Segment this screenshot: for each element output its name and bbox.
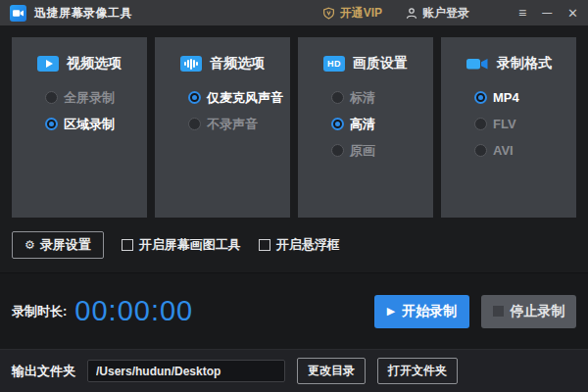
panel-audio-options: 音频选项 仅麦克风声音 不录声音 [155,37,290,218]
panel-quality-settings: HD 画质设置 标清 高清 原画 [298,37,433,218]
radio-icon [188,118,201,130]
radio-sd-quality[interactable]: 标清 [298,84,433,111]
panel-audio-title: 音频选项 [210,55,265,73]
open-vip-button[interactable]: 开通VIP [322,5,382,22]
minimize-icon[interactable]: ─ [542,6,552,20]
hd-badge-icon: HD [323,56,345,72]
quality-option-list: 标清 高清 原画 [298,84,433,164]
stop-recording-button[interactable]: 停止录制 [481,295,576,328]
panel-format-title: 录制格式 [497,55,552,73]
stop-square-icon [493,306,504,317]
radio-format-mp4[interactable]: MP4 [441,84,576,111]
radio-icon [188,91,201,104]
duration-value: 00:00:00 [74,295,193,327]
radio-no-sound[interactable]: 不录声音 [155,111,290,137]
menu-icon[interactable]: ≡ [518,6,526,20]
checkbox-floating-box[interactable]: 开启悬浮框 [259,236,340,254]
radio-hd-quality[interactable]: 高清 [298,111,433,137]
radio-icon [474,144,487,157]
change-directory-button[interactable]: 更改目录 [297,358,366,384]
close-icon[interactable]: ✕ [567,7,578,20]
radio-format-avi[interactable]: AVI [441,137,576,164]
panel-video-title: 视频选项 [67,55,122,73]
duration-label: 录制时长: [12,303,67,320]
radio-icon [331,91,344,104]
play-triangle-icon: ▶ [387,306,395,317]
audio-waveform-icon [180,56,202,72]
vip-label: 开通VIP [340,5,382,22]
panel-format-header: 录制格式 [441,55,576,73]
settings-row: ⚙ 录屏设置 开启屏幕画图工具 开启悬浮框 [12,231,576,259]
radio-mic-only[interactable]: 仅麦克风声音 [155,84,290,111]
play-icon [37,56,59,72]
radio-icon [45,91,58,104]
app-window: 迅捷屏幕录像工具 开通VIP 账户登录 ≡ ─ ✕ [0,0,588,392]
output-band: 输出文件夹 更改目录 打开文件夹 [0,349,588,392]
main-area: 视频选项 全屏录制 区域录制 [0,25,588,272]
user-icon [406,7,417,20]
vip-shield-icon [322,7,335,20]
start-recording-button[interactable]: ▶ 开始录制 [374,295,469,328]
panel-audio-header: 音频选项 [155,55,290,73]
timer-band: 录制时长: 00:00:00 ▶ 开始录制 停止录制 [0,272,588,349]
output-folder-label: 输出文件夹 [12,363,75,380]
panel-quality-header: HD 画质设置 [298,55,433,73]
record-settings-button[interactable]: ⚙ 录屏设置 [12,231,104,259]
panel-quality-title: 画质设置 [353,55,408,73]
panel-video-header: 视频选项 [12,55,147,73]
radio-fullscreen-record[interactable]: 全屏录制 [12,84,147,111]
camcorder-icon [466,56,489,72]
checkbox-icon [122,239,133,251]
login-label: 账户登录 [422,5,469,22]
gear-icon: ⚙ [24,239,35,251]
video-option-list: 全屏录制 区域录制 [12,84,147,137]
radio-icon [331,144,344,157]
panel-video-options: 视频选项 全屏录制 区域录制 [12,37,147,218]
radio-icon [474,118,487,130]
output-path-input[interactable] [87,360,285,382]
open-folder-button[interactable]: 打开文件夹 [377,358,458,384]
checkbox-icon [259,239,270,251]
titlebar: 迅捷屏幕录像工具 开通VIP 账户登录 ≡ ─ ✕ [0,0,588,25]
app-logo-icon [10,5,26,22]
app-title: 迅捷屏幕录像工具 [34,5,132,22]
radio-icon [331,118,344,130]
radio-icon [45,118,58,130]
audio-option-list: 仅麦克风声音 不录声音 [155,84,290,137]
account-login-button[interactable]: 账户登录 [406,5,469,22]
panel-record-format: 录制格式 MP4 FLV AVI [441,37,576,218]
option-panels: 视频选项 全屏录制 区域录制 [12,37,576,218]
radio-original-quality[interactable]: 原画 [298,137,433,164]
radio-region-record[interactable]: 区域录制 [12,111,147,137]
format-option-list: MP4 FLV AVI [441,84,576,164]
radio-format-flv[interactable]: FLV [441,111,576,137]
radio-icon [474,91,487,104]
checkbox-screen-draw-tool[interactable]: 开启屏幕画图工具 [122,236,241,254]
